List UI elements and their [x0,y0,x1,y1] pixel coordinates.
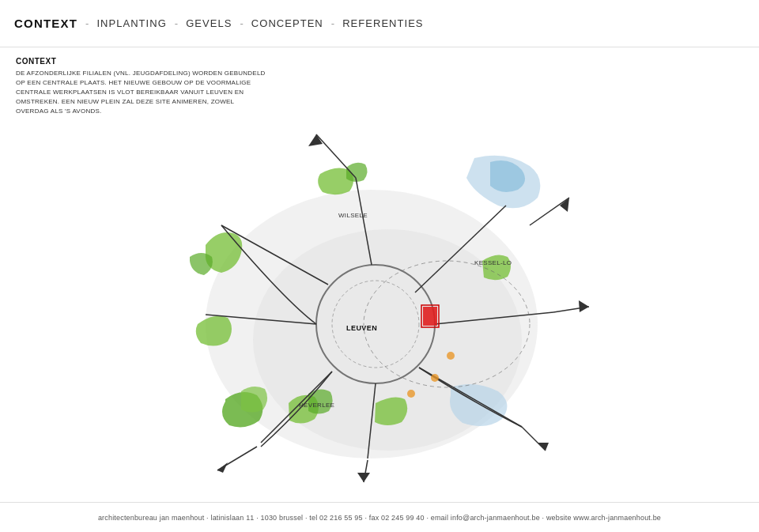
nav-sep-1: - [85,17,89,29]
footer-text: architectenbureau jan maenhout · latinis… [98,514,661,522]
svg-marker-19 [217,462,228,473]
header: CONTEXT - INPLANTING - GEVELS - CONCEPTE… [0,0,759,47]
svg-rect-27 [423,307,437,326]
map-container: LEUVEN WILSELE KESSEL-LO HEVERLEE [0,95,759,502]
label-heverlee: HEVERLEE [299,402,334,409]
svg-marker-21 [357,473,370,482]
svg-marker-17 [579,300,589,312]
navigation: CONTEXT - INPLANTING - GEVELS - CONCEPTE… [14,17,424,30]
footer: architectenbureau jan maenhout · latinis… [0,502,759,532]
svg-marker-15 [560,198,569,212]
nav-inplanting[interactable]: INPLANTING [96,17,166,29]
label-leuven: LEUVEN [346,324,377,332]
svg-line-14 [530,198,569,225]
label-kessel-lo: KESSEL-LO [474,259,512,266]
nav-concepten[interactable]: CONCEPTEN [251,17,323,29]
nav-context[interactable]: CONTEXT [14,17,77,30]
label-wilsele: WILSELE [338,212,368,219]
nav-referenties[interactable]: REFERENTIES [342,17,423,29]
nav-sep-3: - [240,17,243,29]
map-svg: LEUVEN WILSELE KESSEL-LO HEVERLEE [142,111,601,490]
svg-marker-23 [538,443,549,451]
nav-sep-2: - [175,17,178,29]
context-block-title: CONTEXT [16,57,269,66]
svg-point-25 [431,374,439,382]
nav-gevels[interactable]: GEVELS [186,17,232,29]
svg-point-24 [447,352,455,360]
svg-marker-13 [308,134,323,146]
nav-sep-4: - [331,17,334,29]
svg-point-26 [407,390,415,398]
main-content: CONTEXT DE AFZONDERLIJKE FILIALEN (VNL. … [0,47,759,502]
